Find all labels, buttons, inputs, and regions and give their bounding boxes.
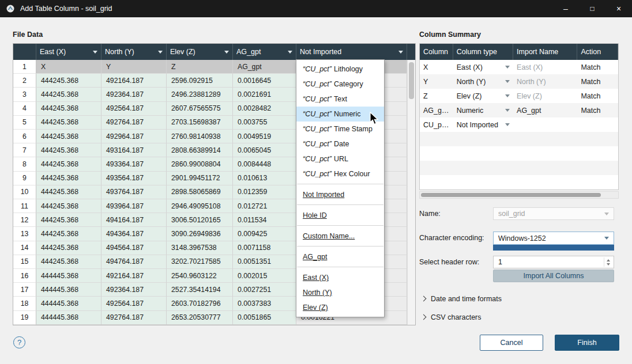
chevron-down-icon [505,94,510,97]
table-cell: 444445.368 [36,311,101,325]
app-icon [6,4,15,13]
table-cell: 0.0051865 [233,311,296,325]
finish-button[interactable]: Finish [555,335,619,351]
menu-separator [297,204,383,205]
column-header-dropdown[interactable]: Not Imported [296,44,407,60]
table-cell: 0.012721 [233,199,296,213]
summary-column-name: Y [420,74,453,89]
table-cell: 2527.35414194 [167,283,233,297]
name-input[interactable]: soil_grid [493,207,614,220]
summary-action: Match [577,60,618,74]
chevron-right-icon [421,296,427,302]
menu-item[interactable]: “CU_pct”Text [296,92,384,107]
summary-column-type-dropdown[interactable]: Elev (Z) [453,89,513,103]
summary-action [577,132,618,146]
select-header-row-label: Select header row: [419,256,479,268]
summary-column-type-dropdown [453,161,513,175]
spin-up-icon[interactable] [607,259,610,261]
table-cell: 2596.092915 [167,74,233,88]
summary-column-name: X [420,60,453,74]
summary-column-type-dropdown[interactable]: Numeric [453,103,513,117]
add-table-column-dialog: Add Table Column - soil_grid – □ × File … [0,0,632,364]
summary-action [577,117,618,132]
menu-item[interactable]: “CU_pct”Category [296,77,384,92]
titlebar[interactable]: Add Table Column - soil_grid – □ × [0,0,632,17]
column-header-dropdown[interactable]: Elev (Z) [167,44,233,60]
menu-item[interactable]: East (X) [296,270,384,285]
menu-item[interactable]: “CU_pct”Hex Colour [296,166,384,181]
menu-item[interactable]: Not Imported [296,187,384,202]
summary-column-type-dropdown[interactable]: Not Imported [453,117,513,132]
table-cell: 494164.187 [101,213,167,227]
column-header-dropdown[interactable]: North (Y) [101,44,167,60]
menu-item[interactable]: “CU_pct”URL [296,151,384,166]
window-controls: – □ × [552,0,632,17]
file-data-section-title: File Data [13,31,43,39]
vertical-scrollbar[interactable] [407,60,415,325]
column-header-label: Not Imported [300,48,396,56]
vertical-scrollbar-thumb[interactable] [409,62,414,99]
column-header-dropdown[interactable]: East (X) [36,44,101,60]
row-number: 13 [13,227,36,241]
horizontal-scrollbar-thumb[interactable] [421,193,601,197]
menu-item-label: Hex Colour [334,170,370,178]
table-cell: 0.0051351 [233,255,296,269]
summary-column-name [420,132,453,146]
header-row-spinner[interactable]: 1 [493,256,614,268]
minimize-button[interactable]: – [552,0,579,17]
table-cell: 492764.187 [101,116,167,130]
table-cell: X [36,60,101,74]
spinner-buttons[interactable] [604,257,612,267]
name-value: soil_grid [498,210,525,218]
csv-characters-expander[interactable]: CSV characters [420,312,481,322]
menu-item-label: Elev (Z) [303,304,328,312]
menu-item[interactable]: Elev (Z) [296,300,384,315]
table-cell: AG_gpt [233,60,296,74]
summary-column-header: Column type [453,44,513,60]
cancel-button[interactable]: Cancel [480,335,543,351]
summary-import-name: East (X) [513,60,577,74]
column-header-dropdown[interactable]: AG_gpt [233,44,296,60]
menu-item[interactable]: AG_gpt [296,249,384,264]
chevron-down-icon [288,51,292,54]
menu-item[interactable]: “CU_pct”Date [296,136,384,151]
menu-item-label: AG_gpt [303,253,327,261]
spin-down-icon[interactable] [607,263,610,266]
table-cell: 2860.99008804 [167,157,233,171]
summary-column-type-dropdown [453,132,513,146]
table-cell: 494564.187 [101,241,167,255]
date-time-formats-expander[interactable]: Date and time formats [420,294,502,304]
menu-item-prefix: “CU_pct” [303,110,332,118]
table-cell: 444245.368 [36,130,101,143]
column-type-value: Not Imported [457,121,498,129]
summary-body: XEast (X)East (X)MatchYNorth (Y)North (Y… [420,60,618,189]
menu-item[interactable]: “CU_pct”Lithology [296,62,384,77]
table-cell: 493964.187 [101,199,167,213]
table-cell: 2653.20530777 [167,311,233,325]
summary-column-type-dropdown[interactable]: East (X) [453,60,513,74]
table-cell: 444445.368 [36,297,101,310]
summary-row: YNorth (Y)North (Y)Match [420,74,618,89]
import-all-columns-button[interactable]: Import All Columns [493,270,614,282]
close-button[interactable]: × [605,0,632,17]
menu-item[interactable]: Hole ID [296,208,384,223]
menu-item[interactable]: North (Y) [296,285,384,300]
menu-item-label: URL [334,155,348,163]
summary-import-name [513,132,577,146]
table-cell: 0.0049519 [233,130,296,143]
table-cell: 492364.187 [101,88,167,101]
maximize-button[interactable]: □ [579,0,605,17]
table-cell: 2603.70182796 [167,297,233,310]
summary-column-type-dropdown[interactable]: North (Y) [453,74,513,89]
row-number: 1 [13,60,36,74]
summary-row [420,132,618,146]
character-encoding-select[interactable]: Windows-1252 [493,232,614,245]
menu-item[interactable]: Custom Name... [296,229,384,244]
column-type-value: Numeric [457,107,484,115]
table-cell: 444245.368 [36,255,101,269]
help-button[interactable]: ? [13,336,25,348]
row-number: 9 [13,172,36,185]
column-header-label: North (Y) [105,48,156,56]
table-cell: 2540.9603122 [167,269,233,283]
horizontal-scrollbar[interactable] [419,191,619,199]
